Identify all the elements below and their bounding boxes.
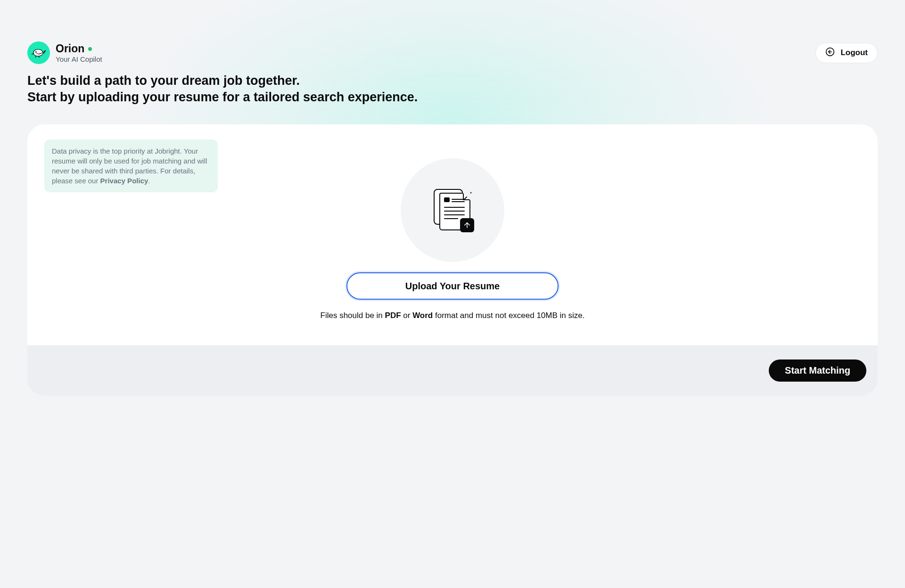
brand-text: Orion Your AI Copilot [56, 42, 102, 63]
page-headline: Let's build a path to your dream job tog… [0, 64, 905, 106]
header: Orion Your AI Copilot Logout [0, 0, 905, 64]
privacy-text-after: . [148, 177, 150, 185]
brand-block: Orion Your AI Copilot [27, 41, 102, 64]
logout-button[interactable]: Logout [815, 43, 878, 63]
upload-section: Data privacy is the top priority at Jobr… [27, 124, 878, 345]
start-matching-button[interactable]: Start Matching [769, 359, 866, 382]
headline-line-2: Start by uploading your resume for a tai… [27, 89, 878, 106]
headline-line-1: Let's build a path to your dream job tog… [27, 73, 878, 89]
privacy-policy-link[interactable]: Privacy Policy [100, 177, 148, 185]
logout-arrow-icon [825, 47, 835, 59]
upload-graphic-icon [401, 158, 504, 262]
upload-arrow-icon [460, 218, 474, 232]
status-dot-icon [88, 47, 92, 51]
upload-hint-middle: or [401, 311, 413, 320]
upload-hint-after: format and must not exceed 10MB in size. [433, 311, 584, 320]
orion-logo-icon [27, 41, 50, 64]
privacy-notice: Data privacy is the top priority at Jobr… [44, 139, 218, 192]
upload-hint-before: Files should be in [321, 311, 385, 320]
svg-point-1 [35, 51, 37, 53]
upload-resume-button[interactable]: Upload Your Resume [346, 272, 559, 300]
upload-hint-word: Word [412, 311, 433, 320]
logout-label: Logout [840, 48, 868, 57]
brand-subtitle: Your AI Copilot [56, 55, 102, 63]
upload-hint-pdf: PDF [385, 311, 401, 320]
brand-name: Orion [56, 42, 84, 55]
main-card: Data privacy is the top priority at Jobr… [27, 124, 878, 396]
card-footer: Start Matching [27, 345, 878, 396]
upload-hint: Files should be in PDF or Word format an… [321, 311, 585, 320]
